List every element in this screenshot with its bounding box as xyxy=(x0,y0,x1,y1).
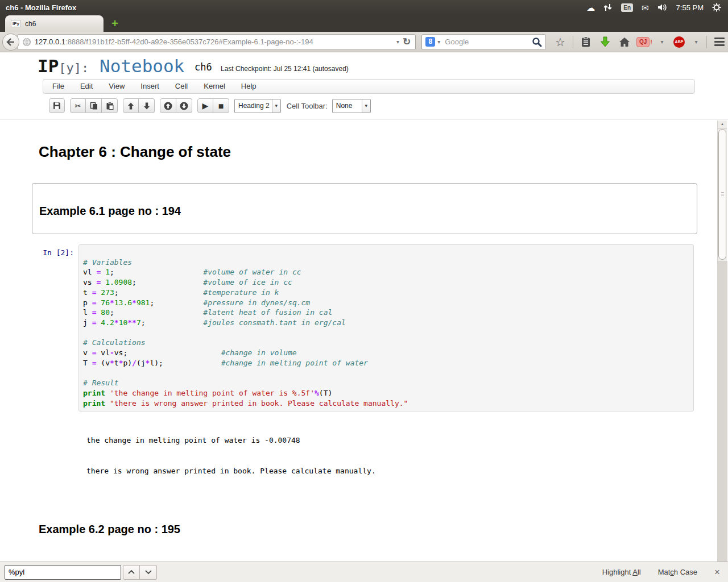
menu-file[interactable]: File xyxy=(44,80,72,93)
chevron-down-icon xyxy=(145,570,152,574)
menu-insert[interactable]: Insert xyxy=(133,80,167,93)
chevron-down-icon: ▾ xyxy=(362,99,370,113)
new-tab-button[interactable]: + xyxy=(108,17,122,30)
cell1-output: the change in melting point of water is … xyxy=(86,415,728,497)
save-icon xyxy=(53,102,61,110)
output-line: there is wrong answer printed in book. P… xyxy=(86,466,728,476)
paste-icon xyxy=(106,102,114,110)
abp-addon-button[interactable]: ABP xyxy=(671,34,688,50)
notebook-header: IP[y]: Notebook ch6 Last Checkpoint: Jul… xyxy=(0,52,728,119)
menu-view[interactable]: View xyxy=(101,80,133,93)
circle-arrow-up-icon xyxy=(164,102,172,110)
circle-arrow-down-icon xyxy=(180,102,188,110)
menu-cell[interactable]: Cell xyxy=(167,80,196,93)
keyboard-layout-indicator[interactable]: En xyxy=(621,3,633,12)
tab-label: ch6 xyxy=(25,20,36,28)
menu-help[interactable]: Help xyxy=(233,80,264,93)
highlight-all-button[interactable]: Highlight All xyxy=(602,568,641,576)
window-title: ch6 - Mozilla Firefox xyxy=(6,3,586,12)
qj-addon-icon: QJ xyxy=(636,37,650,47)
chevron-up-icon xyxy=(128,570,135,574)
navigation-toolbar: 127.0.0.1:8888/f191b1f2-b5ff-42d0-a92e-3… xyxy=(0,32,728,52)
chapter-heading[interactable]: Chapter 6 : Change of state xyxy=(39,143,728,160)
copy-icon xyxy=(90,102,98,110)
url-input[interactable]: 127.0.0.1:8888/f191b1f2-b5ff-42d0-a92e-3… xyxy=(17,34,416,50)
cloud-sync-icon[interactable]: ☁ xyxy=(586,3,595,12)
scrollbar-thumb[interactable] xyxy=(718,129,726,260)
qj-addon-button[interactable]: QJ ! xyxy=(635,34,653,50)
insert-cell-above-button[interactable] xyxy=(160,98,176,113)
back-arrow-icon xyxy=(6,38,15,46)
menu-edit[interactable]: Edit xyxy=(72,80,101,93)
cut-cell-button[interactable]: ✂ xyxy=(70,98,86,113)
selected-heading-cell[interactable]: Example 6.1 page no : 194 xyxy=(32,183,697,234)
search-input[interactable]: 8 ▾ Google xyxy=(421,34,546,50)
cell-toolbar-select[interactable]: None ▾ xyxy=(332,99,371,113)
home-icon xyxy=(619,37,630,47)
notebook-toolbar: ✂ xyxy=(49,98,375,114)
insert-cell-below-button[interactable] xyxy=(176,98,192,113)
network-arrows-icon[interactable] xyxy=(603,3,613,11)
chevron-down-icon: ▾ xyxy=(272,99,280,113)
scroll-up-button[interactable]: ▲ xyxy=(718,120,727,128)
tab-bar: IPy ch6 + xyxy=(0,15,728,32)
find-bar: Highlight All Match Case × xyxy=(0,562,728,582)
find-next-button[interactable] xyxy=(140,565,157,580)
mail-icon[interactable]: ✉ xyxy=(642,3,649,12)
copy-cell-button[interactable] xyxy=(86,98,102,113)
volume-icon[interactable] xyxy=(657,3,668,11)
find-previous-button[interactable] xyxy=(123,565,140,580)
paste-cell-button[interactable] xyxy=(102,98,118,113)
notebook-area: Chapter 6 : Change of state Example 6.1 … xyxy=(0,119,728,562)
run-cell-button[interactable]: ▶ xyxy=(197,98,213,113)
hamburger-icon xyxy=(714,38,725,46)
code-input-1[interactable]: # Variablesvl = 1; #volume of water in c… xyxy=(78,244,694,411)
url-domain: 127.0.0.1 xyxy=(35,38,65,46)
move-cell-up-button[interactable] xyxy=(123,98,139,113)
play-icon: ▶ xyxy=(202,102,209,110)
search-engine-icon: 8 xyxy=(425,37,435,47)
qj-badge: ! xyxy=(650,39,652,45)
scissors-icon: ✂ xyxy=(75,102,81,110)
downloads-button[interactable] xyxy=(597,34,614,50)
tab-ch6[interactable]: IPy ch6 xyxy=(5,15,104,32)
move-cell-down-button[interactable] xyxy=(139,98,155,113)
notebook-title[interactable]: ch6 xyxy=(195,61,212,73)
reload-button[interactable]: ↻ xyxy=(402,37,415,47)
ipython-logo[interactable]: IP[y]: Notebook xyxy=(38,56,184,76)
url-dropdown-button[interactable]: ▾ xyxy=(394,39,402,45)
cell-toolbar-label: Cell Toolbar: xyxy=(287,102,328,110)
checkpoint-status: Last Checkpoint: Jul 25 12:41 (autosaved… xyxy=(221,65,349,73)
interrupt-kernel-button[interactable]: ■ xyxy=(213,98,229,113)
session-gear-icon[interactable] xyxy=(712,3,721,12)
cell-type-select[interactable]: Heading 2 ▾ xyxy=(234,99,281,113)
abp-dropdown-button[interactable]: ▾ xyxy=(690,34,702,50)
qj-dropdown-button[interactable]: ▾ xyxy=(656,34,668,50)
search-placeholder: Google xyxy=(445,38,532,46)
scrollbar-track[interactable] xyxy=(718,261,727,562)
example2-heading[interactable]: Example 6.2 page no : 195 xyxy=(39,522,728,536)
menu-button[interactable] xyxy=(711,34,728,50)
arrow-down-icon xyxy=(143,102,150,110)
home-button[interactable] xyxy=(616,34,633,50)
menu-kernel[interactable]: Kernel xyxy=(196,80,233,93)
clipboard-list-icon xyxy=(581,36,591,48)
close-findbar-button[interactable]: × xyxy=(714,567,720,577)
bookmark-star-button[interactable]: ☆ xyxy=(552,34,569,50)
save-button[interactable] xyxy=(49,98,65,113)
match-case-button[interactable]: Match Case xyxy=(658,568,697,576)
example1-heading: Example 6.1 page no : 194 xyxy=(39,204,697,218)
download-arrow-icon xyxy=(600,36,610,48)
search-engine-dropdown-button[interactable]: ▾ xyxy=(435,39,442,45)
back-button[interactable] xyxy=(2,34,19,51)
stop-icon: ■ xyxy=(218,102,224,110)
input-prompt: In [2]: xyxy=(0,244,78,411)
bookmarks-menu-button[interactable] xyxy=(577,34,594,50)
search-icon[interactable] xyxy=(532,37,542,47)
clock[interactable]: 7:55 PM xyxy=(676,3,704,12)
notebook-scrollbar[interactable]: ▲ xyxy=(717,120,727,562)
abp-addon-icon: ABP xyxy=(673,36,685,48)
find-input[interactable] xyxy=(5,565,121,580)
ipython-favicon: IPy xyxy=(11,20,21,27)
notebook-menubar: File Edit View Insert Cell Kernel Help xyxy=(43,79,695,94)
